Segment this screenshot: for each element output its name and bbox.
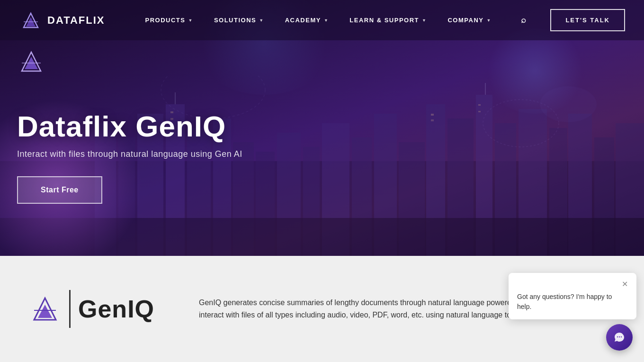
- geniq-logo-area: GenIQ: [28, 290, 170, 328]
- search-icon: ⌕: [512, 15, 536, 25]
- svg-rect-29: [431, 119, 434, 121]
- chat-popup-header: ✕: [517, 281, 628, 288]
- svg-rect-30: [478, 104, 481, 106]
- svg-rect-28: [431, 114, 434, 116]
- nav-item-academy[interactable]: ACADEMY ▼: [275, 17, 340, 24]
- logo-link[interactable]: DATAFLIX: [19, 9, 105, 32]
- logo-text: DATAFLIX: [47, 14, 105, 27]
- geniq-divider: [69, 290, 71, 328]
- lets-talk-button[interactable]: LET'S TALK: [550, 9, 625, 31]
- svg-point-48: [619, 336, 620, 337]
- svg-point-49: [621, 336, 622, 337]
- hero-subtitle: Interact with files through natural lang…: [17, 149, 242, 159]
- geniq-icon: [28, 292, 62, 326]
- svg-point-47: [617, 336, 618, 337]
- geniq-wordmark: GenIQ: [78, 295, 154, 323]
- nav-item-company[interactable]: COMPANY ▼: [437, 17, 501, 24]
- logo-icon: [19, 9, 43, 32]
- chat-close-button[interactable]: ✕: [622, 281, 628, 288]
- chevron-down-icon: ▼: [422, 18, 427, 23]
- hero-content: Dataflix GenIQ Interact with files throu…: [17, 110, 242, 204]
- chat-bubble-button[interactable]: [606, 324, 633, 351]
- navigation: DATAFLIX PRODUCTS ▼ SOLUTIONS ▼ ACADEMY …: [0, 0, 644, 40]
- nav-item-learn-support[interactable]: LEARN & SUPPORT ▼: [339, 17, 437, 24]
- nav-item-products[interactable]: PRODUCTS ▼: [135, 17, 204, 24]
- chevron-down-icon: ▼: [324, 18, 329, 23]
- chevron-down-icon: ▼: [486, 18, 491, 23]
- chat-popup-text: Got any questions? I'm happy to help.: [517, 292, 628, 312]
- chat-icon: [613, 331, 626, 344]
- blob-right-top: [483, 28, 587, 114]
- search-icon-item[interactable]: ⌕: [502, 15, 546, 25]
- chevron-down-icon: ▼: [188, 18, 193, 23]
- nav-links: PRODUCTS ▼ SOLUTIONS ▼ ACADEMY ▼ LEARN &…: [135, 15, 546, 25]
- svg-rect-31: [478, 111, 481, 112]
- start-free-button[interactable]: Start Free: [17, 176, 102, 204]
- nav-item-solutions[interactable]: SOLUTIONS ▼: [204, 17, 275, 24]
- hero-title: Dataflix GenIQ: [17, 110, 242, 143]
- chat-popup: ✕ Got any questions? I'm happy to help.: [509, 273, 636, 319]
- chevron-down-icon: ▼: [259, 18, 264, 23]
- hero-logo-mark: [17, 47, 45, 76]
